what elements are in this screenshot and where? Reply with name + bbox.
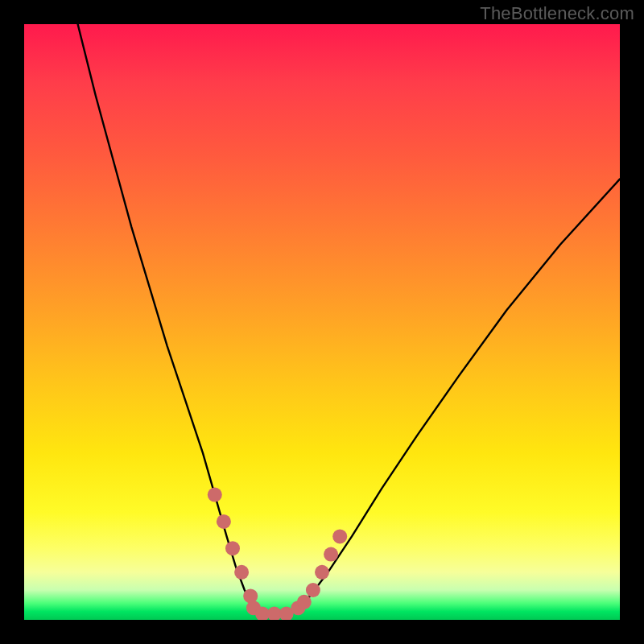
highlight-right-approach-dot [297,595,312,609]
highlight-left-approach-dot [234,565,249,580]
bottleneck-curve [78,24,620,614]
highlight-markers [208,488,347,620]
highlight-right-approach-dot [324,547,338,562]
highlight-right-approach-dot [315,565,329,580]
highlight-left-approach-dot [225,541,240,555]
chart-frame: TheBottleneck.com [0,0,644,644]
branding-watermark: TheBottleneck.com [480,3,634,24]
highlight-left-approach-dot [217,514,231,529]
highlight-right-approach-dot [306,583,320,597]
highlight-right-approach-dot [332,529,347,543]
plot-area [24,24,620,620]
highlight-left-approach-dot [208,488,222,502]
curve-layer [24,24,620,620]
